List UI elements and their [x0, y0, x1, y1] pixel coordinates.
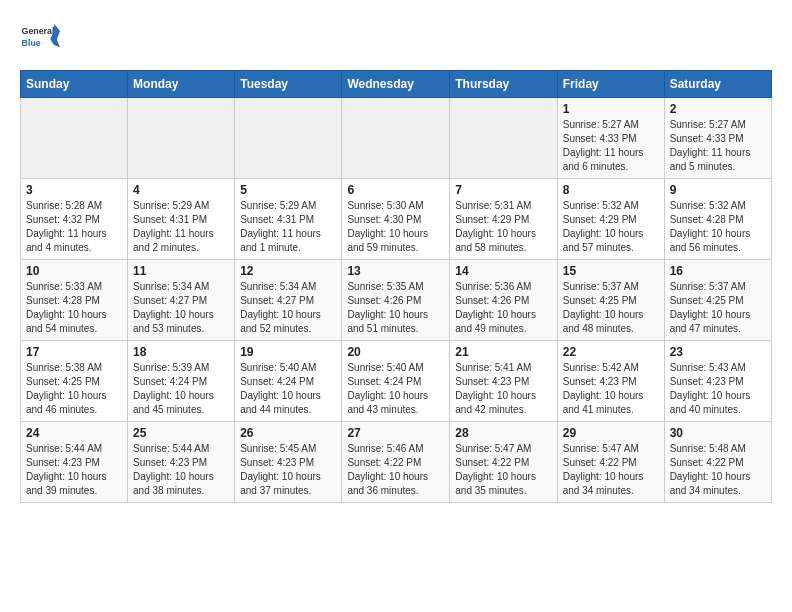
logo: General Blue — [20, 20, 60, 60]
day-info: Sunrise: 5:35 AM Sunset: 4:26 PM Dayligh… — [347, 280, 444, 336]
day-number: 19 — [240, 345, 336, 359]
day-number: 9 — [670, 183, 766, 197]
day-info: Sunrise: 5:39 AM Sunset: 4:24 PM Dayligh… — [133, 361, 229, 417]
calendar-week-5: 24Sunrise: 5:44 AM Sunset: 4:23 PM Dayli… — [21, 422, 772, 503]
day-info: Sunrise: 5:28 AM Sunset: 4:32 PM Dayligh… — [26, 199, 122, 255]
day-info: Sunrise: 5:47 AM Sunset: 4:22 PM Dayligh… — [455, 442, 551, 498]
day-number: 25 — [133, 426, 229, 440]
day-number: 7 — [455, 183, 551, 197]
calendar-cell: 27Sunrise: 5:46 AM Sunset: 4:22 PM Dayli… — [342, 422, 450, 503]
day-number: 18 — [133, 345, 229, 359]
day-number: 21 — [455, 345, 551, 359]
calendar-cell: 13Sunrise: 5:35 AM Sunset: 4:26 PM Dayli… — [342, 260, 450, 341]
day-info: Sunrise: 5:29 AM Sunset: 4:31 PM Dayligh… — [240, 199, 336, 255]
calendar-cell: 1Sunrise: 5:27 AM Sunset: 4:33 PM Daylig… — [557, 98, 664, 179]
calendar-week-3: 10Sunrise: 5:33 AM Sunset: 4:28 PM Dayli… — [21, 260, 772, 341]
calendar-cell — [450, 98, 557, 179]
day-info: Sunrise: 5:34 AM Sunset: 4:27 PM Dayligh… — [133, 280, 229, 336]
day-number: 6 — [347, 183, 444, 197]
calendar-cell: 16Sunrise: 5:37 AM Sunset: 4:25 PM Dayli… — [664, 260, 771, 341]
calendar-cell: 23Sunrise: 5:43 AM Sunset: 4:23 PM Dayli… — [664, 341, 771, 422]
calendar-cell: 2Sunrise: 5:27 AM Sunset: 4:33 PM Daylig… — [664, 98, 771, 179]
day-number: 28 — [455, 426, 551, 440]
calendar-cell: 22Sunrise: 5:42 AM Sunset: 4:23 PM Dayli… — [557, 341, 664, 422]
calendar-header-row: SundayMondayTuesdayWednesdayThursdayFrid… — [21, 71, 772, 98]
calendar-cell — [21, 98, 128, 179]
day-info: Sunrise: 5:47 AM Sunset: 4:22 PM Dayligh… — [563, 442, 659, 498]
calendar-cell — [342, 98, 450, 179]
day-number: 4 — [133, 183, 229, 197]
weekday-header-thursday: Thursday — [450, 71, 557, 98]
svg-text:General: General — [22, 26, 55, 36]
day-info: Sunrise: 5:41 AM Sunset: 4:23 PM Dayligh… — [455, 361, 551, 417]
day-number: 5 — [240, 183, 336, 197]
day-number: 8 — [563, 183, 659, 197]
calendar-week-4: 17Sunrise: 5:38 AM Sunset: 4:25 PM Dayli… — [21, 341, 772, 422]
svg-text:Blue: Blue — [22, 38, 41, 48]
calendar-cell — [128, 98, 235, 179]
day-number: 22 — [563, 345, 659, 359]
calendar-table: SundayMondayTuesdayWednesdayThursdayFrid… — [20, 70, 772, 503]
day-number: 23 — [670, 345, 766, 359]
day-number: 12 — [240, 264, 336, 278]
day-number: 26 — [240, 426, 336, 440]
day-number: 14 — [455, 264, 551, 278]
day-number: 29 — [563, 426, 659, 440]
calendar-cell: 3Sunrise: 5:28 AM Sunset: 4:32 PM Daylig… — [21, 179, 128, 260]
day-info: Sunrise: 5:44 AM Sunset: 4:23 PM Dayligh… — [133, 442, 229, 498]
day-number: 15 — [563, 264, 659, 278]
calendar-cell: 5Sunrise: 5:29 AM Sunset: 4:31 PM Daylig… — [235, 179, 342, 260]
calendar-cell: 18Sunrise: 5:39 AM Sunset: 4:24 PM Dayli… — [128, 341, 235, 422]
calendar-cell: 9Sunrise: 5:32 AM Sunset: 4:28 PM Daylig… — [664, 179, 771, 260]
weekday-header-friday: Friday — [557, 71, 664, 98]
calendar-cell: 12Sunrise: 5:34 AM Sunset: 4:27 PM Dayli… — [235, 260, 342, 341]
calendar-cell: 21Sunrise: 5:41 AM Sunset: 4:23 PM Dayli… — [450, 341, 557, 422]
calendar-week-1: 1Sunrise: 5:27 AM Sunset: 4:33 PM Daylig… — [21, 98, 772, 179]
calendar-cell: 15Sunrise: 5:37 AM Sunset: 4:25 PM Dayli… — [557, 260, 664, 341]
day-info: Sunrise: 5:48 AM Sunset: 4:22 PM Dayligh… — [670, 442, 766, 498]
calendar-cell: 19Sunrise: 5:40 AM Sunset: 4:24 PM Dayli… — [235, 341, 342, 422]
day-number: 16 — [670, 264, 766, 278]
day-info: Sunrise: 5:32 AM Sunset: 4:29 PM Dayligh… — [563, 199, 659, 255]
day-number: 3 — [26, 183, 122, 197]
calendar-cell: 10Sunrise: 5:33 AM Sunset: 4:28 PM Dayli… — [21, 260, 128, 341]
day-info: Sunrise: 5:29 AM Sunset: 4:31 PM Dayligh… — [133, 199, 229, 255]
day-number: 11 — [133, 264, 229, 278]
day-info: Sunrise: 5:42 AM Sunset: 4:23 PM Dayligh… — [563, 361, 659, 417]
calendar-cell: 26Sunrise: 5:45 AM Sunset: 4:23 PM Dayli… — [235, 422, 342, 503]
day-info: Sunrise: 5:32 AM Sunset: 4:28 PM Dayligh… — [670, 199, 766, 255]
day-info: Sunrise: 5:45 AM Sunset: 4:23 PM Dayligh… — [240, 442, 336, 498]
calendar-cell: 7Sunrise: 5:31 AM Sunset: 4:29 PM Daylig… — [450, 179, 557, 260]
day-number: 30 — [670, 426, 766, 440]
day-number: 10 — [26, 264, 122, 278]
day-number: 1 — [563, 102, 659, 116]
day-info: Sunrise: 5:31 AM Sunset: 4:29 PM Dayligh… — [455, 199, 551, 255]
day-info: Sunrise: 5:34 AM Sunset: 4:27 PM Dayligh… — [240, 280, 336, 336]
day-info: Sunrise: 5:36 AM Sunset: 4:26 PM Dayligh… — [455, 280, 551, 336]
page-header: General Blue — [20, 20, 772, 60]
day-number: 24 — [26, 426, 122, 440]
weekday-header-monday: Monday — [128, 71, 235, 98]
calendar-cell: 14Sunrise: 5:36 AM Sunset: 4:26 PM Dayli… — [450, 260, 557, 341]
day-info: Sunrise: 5:43 AM Sunset: 4:23 PM Dayligh… — [670, 361, 766, 417]
weekday-header-tuesday: Tuesday — [235, 71, 342, 98]
day-info: Sunrise: 5:40 AM Sunset: 4:24 PM Dayligh… — [347, 361, 444, 417]
day-info: Sunrise: 5:33 AM Sunset: 4:28 PM Dayligh… — [26, 280, 122, 336]
calendar-week-2: 3Sunrise: 5:28 AM Sunset: 4:32 PM Daylig… — [21, 179, 772, 260]
day-info: Sunrise: 5:37 AM Sunset: 4:25 PM Dayligh… — [670, 280, 766, 336]
weekday-header-saturday: Saturday — [664, 71, 771, 98]
calendar-cell: 25Sunrise: 5:44 AM Sunset: 4:23 PM Dayli… — [128, 422, 235, 503]
calendar-cell: 24Sunrise: 5:44 AM Sunset: 4:23 PM Dayli… — [21, 422, 128, 503]
day-info: Sunrise: 5:38 AM Sunset: 4:25 PM Dayligh… — [26, 361, 122, 417]
day-info: Sunrise: 5:44 AM Sunset: 4:23 PM Dayligh… — [26, 442, 122, 498]
day-info: Sunrise: 5:46 AM Sunset: 4:22 PM Dayligh… — [347, 442, 444, 498]
calendar-cell — [235, 98, 342, 179]
weekday-header-sunday: Sunday — [21, 71, 128, 98]
day-info: Sunrise: 5:40 AM Sunset: 4:24 PM Dayligh… — [240, 361, 336, 417]
calendar-cell: 11Sunrise: 5:34 AM Sunset: 4:27 PM Dayli… — [128, 260, 235, 341]
day-number: 13 — [347, 264, 444, 278]
day-info: Sunrise: 5:30 AM Sunset: 4:30 PM Dayligh… — [347, 199, 444, 255]
day-info: Sunrise: 5:27 AM Sunset: 4:33 PM Dayligh… — [563, 118, 659, 174]
calendar-cell: 17Sunrise: 5:38 AM Sunset: 4:25 PM Dayli… — [21, 341, 128, 422]
day-number: 27 — [347, 426, 444, 440]
